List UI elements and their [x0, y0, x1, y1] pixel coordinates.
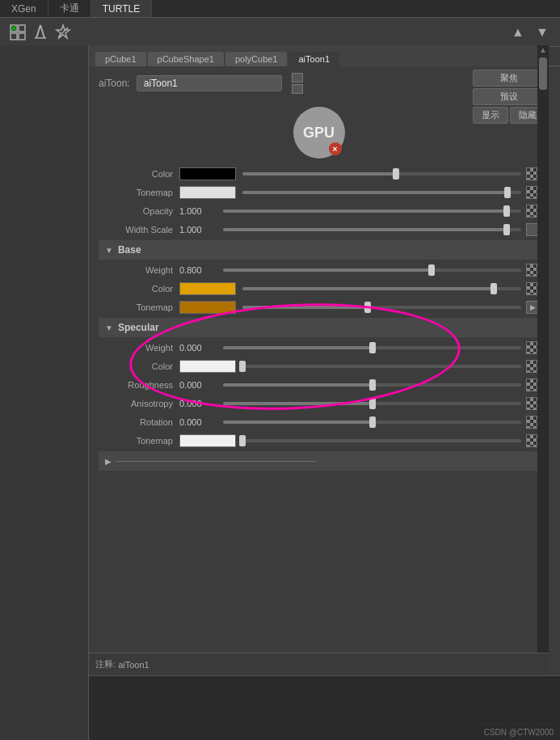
- cut-icon[interactable]: [29, 21, 52, 44]
- tab-xgen[interactable]: XGen: [0, 0, 48, 17]
- specular-section-title: Specular: [118, 322, 159, 333]
- prop-anisotropy-slider[interactable]: [223, 402, 521, 405]
- prop-base-tonemap-slider[interactable]: [242, 306, 521, 309]
- svg-line-7: [40, 25, 44, 38]
- prop-rotation-value: 0.000: [179, 417, 220, 427]
- toolbar: ▲ ▼: [0, 18, 560, 47]
- prop-tonemap-1-thumb[interactable]: [504, 187, 511, 198]
- properties-area: Color Tonemap Opacity: [89, 165, 549, 471]
- prop-roughness-thumb[interactable]: [369, 379, 376, 391]
- node-name-input[interactable]: [137, 75, 282, 91]
- prop-width-scale: Width Scale 1.000: [99, 221, 539, 239]
- prop-spec-color-swatch[interactable]: [179, 360, 236, 373]
- prop-spec-weight-label: Weight: [99, 343, 179, 353]
- tab-turtle[interactable]: TURTLE: [91, 0, 152, 17]
- prop-base-color-thumb[interactable]: [491, 283, 497, 294]
- prop-spec-tonemap-thumb[interactable]: [239, 435, 246, 446]
- scroll-down-arrow[interactable]: ▼: [531, 21, 554, 44]
- specular-section-header[interactable]: ▼ Specular: [99, 318, 539, 337]
- note-value: aiToon1: [118, 660, 149, 670]
- tab-aitoon1[interactable]: aiToon1: [288, 52, 339, 66]
- tab-cartoon[interactable]: 卡通: [48, 0, 91, 17]
- prop-tonemap-1-label: Tonemap: [99, 188, 179, 197]
- prop-rotation-slider[interactable]: [223, 421, 521, 424]
- tab-pcube1[interactable]: pCube1: [95, 52, 146, 66]
- scroll-up-btn[interactable]: ▲: [537, 45, 549, 54]
- prop-base-weight-thumb[interactable]: [428, 264, 435, 276]
- prop-base-color: Color: [99, 280, 539, 298]
- prop-spec-weight-value: 0.000: [179, 343, 220, 353]
- prop-roughness-slider[interactable]: [223, 383, 521, 387]
- prop-base-weight-slider[interactable]: [223, 269, 521, 272]
- prop-width-scale-label: Width Scale: [99, 225, 179, 235]
- prop-anisotropy: Anisotropy 0.000: [99, 395, 539, 412]
- next-section-header[interactable]: ▶ ─────────────────────────────: [99, 451, 539, 471]
- prop-anisotropy-thumb[interactable]: [369, 398, 376, 409]
- prop-color-swatch[interactable]: [179, 167, 236, 180]
- tab-polycube1[interactable]: polyCube1: [225, 52, 288, 66]
- prop-base-tonemap-label: Tonemap: [99, 302, 179, 312]
- watermark: CSDN @CTW2000: [484, 728, 554, 737]
- note-bar: 注释: aiToon1: [89, 653, 549, 675]
- prop-roughness-label: Roughness: [99, 380, 179, 390]
- prop-color-label: Color: [99, 169, 179, 179]
- prop-spec-color-label: Color: [99, 362, 179, 371]
- prop-color-thumb[interactable]: [393, 168, 399, 180]
- prop-base-weight: Weight 0.800: [99, 261, 539, 279]
- prop-rotation-thumb[interactable]: [369, 417, 376, 428]
- prop-color-slider[interactable]: [242, 172, 521, 175]
- prop-roughness-value: 0.000: [179, 380, 220, 390]
- prop-base-color-label: Color: [99, 284, 179, 294]
- prop-tonemap-1: Tonemap: [99, 184, 539, 201]
- prop-spec-tonemap-label: Tonemap: [99, 436, 179, 446]
- svg-rect-3: [19, 33, 25, 40]
- base-section-header[interactable]: ▼ Base: [99, 240, 539, 260]
- scrollbar: ▲ ▼: [537, 45, 549, 675]
- prop-spec-tonemap-swatch[interactable]: [179, 434, 236, 447]
- svg-line-6: [36, 25, 40, 38]
- prop-spec-weight: Weight 0.000: [99, 339, 539, 357]
- prop-spec-weight-slider[interactable]: [223, 346, 521, 349]
- tab-pcubeshape1[interactable]: pCubeShape1: [148, 52, 224, 66]
- copy-icon-2[interactable]: [292, 84, 303, 94]
- prop-color: Color: [99, 165, 539, 183]
- prop-base-tonemap-swatch[interactable]: [179, 301, 236, 314]
- prop-spec-weight-thumb[interactable]: [369, 342, 376, 353]
- prop-opacity-value: 1.000: [179, 206, 220, 216]
- prop-width-scale-slider[interactable]: [223, 228, 521, 231]
- prop-spec-tonemap: Tonemap: [99, 432, 539, 450]
- grid-icon[interactable]: [6, 21, 29, 44]
- prop-spec-color-thumb[interactable]: [239, 361, 246, 372]
- prop-opacity-label: Opacity: [99, 206, 179, 216]
- gpu-area: GPU ×: [89, 100, 549, 165]
- prop-roughness: Roughness 0.000: [99, 376, 539, 394]
- prop-base-weight-label: Weight: [99, 265, 179, 275]
- prop-spec-tonemap-slider[interactable]: [242, 439, 521, 442]
- prop-opacity-slider[interactable]: [223, 209, 521, 213]
- prop-base-color-swatch[interactable]: [179, 282, 236, 295]
- focus-button[interactable]: 聚焦: [473, 70, 545, 87]
- prop-base-tonemap: Tonemap ▶: [99, 298, 539, 316]
- prop-opacity-thumb[interactable]: [503, 205, 510, 217]
- gpu-badge[interactable]: GPU ×: [293, 107, 345, 159]
- next-section-arrow: ▶: [105, 457, 112, 466]
- prop-base-color-slider[interactable]: [242, 287, 521, 290]
- prop-spec-color-slider[interactable]: [242, 365, 521, 368]
- scroll-up-arrow[interactable]: ▲: [507, 21, 529, 44]
- prop-base-weight-value: 0.800: [179, 265, 220, 275]
- node-name-label: aiToon:: [99, 78, 130, 89]
- gpu-close-icon[interactable]: ×: [329, 142, 342, 155]
- next-section-title: ─────────────────────────────: [116, 455, 316, 467]
- copy-icon-1[interactable]: [292, 73, 303, 82]
- content-area: pCube1 pCubeShape1 polyCube1 aiToon1 aiT…: [89, 45, 549, 675]
- prop-tonemap-1-slider[interactable]: [242, 191, 521, 194]
- prop-opacity: Opacity 1.000: [99, 202, 539, 220]
- prop-width-scale-thumb[interactable]: [503, 224, 510, 235]
- base-section-title: Base: [118, 244, 141, 256]
- prop-tonemap-1-swatch[interactable]: [179, 186, 236, 199]
- prop-width-scale-value: 1.000: [179, 225, 220, 235]
- star-icon[interactable]: [52, 21, 74, 44]
- prop-base-tonemap-thumb[interactable]: [364, 302, 371, 313]
- scroll-thumb[interactable]: [539, 57, 547, 90]
- prop-rotation: Rotation 0.000: [99, 413, 539, 431]
